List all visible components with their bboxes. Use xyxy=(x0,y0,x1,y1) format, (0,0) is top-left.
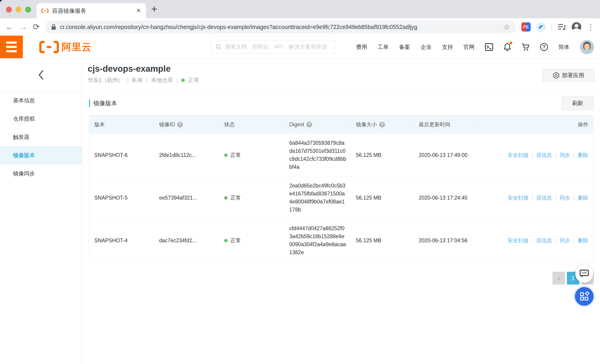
action-sync[interactable]: 同步 xyxy=(560,194,570,201)
help-icon[interactable]: ? xyxy=(177,122,183,127)
action-separator: | xyxy=(573,237,575,243)
sidebar-item-label: 仓库授权 xyxy=(13,115,35,122)
nav-support[interactable]: 支持 xyxy=(442,43,453,51)
image-version: SNAPSHOT-5 xyxy=(89,195,154,201)
cloudshell-button[interactable] xyxy=(485,43,493,51)
new-tab-button[interactable]: + xyxy=(151,3,157,15)
user-avatar[interactable] xyxy=(580,40,594,54)
forward-icon[interactable]: → xyxy=(19,23,28,31)
sidebar: 基本信息 仓库授权 触发器 镜像版本 镜像同步 xyxy=(0,58,82,364)
notification-badge xyxy=(510,42,512,44)
action-layer-info[interactable]: 层信息 xyxy=(536,194,552,201)
nav-tickets[interactable]: 工单 xyxy=(378,43,389,51)
nav-icp[interactable]: 备案 xyxy=(399,43,410,51)
search-input[interactable] xyxy=(225,43,331,50)
table-row: SNAPSHOT-4 dac7ec234fd2... 正常 cfd4447d04… xyxy=(89,219,593,262)
deploy-app-label: 部署应用 xyxy=(562,72,584,79)
col-size: 镜像大小? xyxy=(351,115,414,134)
repo-type: 本地仓库 xyxy=(151,76,173,84)
action-layer-info[interactable]: 层信息 xyxy=(536,237,552,244)
nav-billing[interactable]: 费用 xyxy=(356,43,367,51)
sidebar-item-repo-auth[interactable]: 仓库授权 xyxy=(0,110,82,128)
sidebar-item-triggers[interactable]: 触发器 xyxy=(0,128,82,146)
action-security-scan[interactable]: 安全扫描 xyxy=(507,152,529,159)
notifications-button[interactable] xyxy=(504,43,511,51)
sidebar-item-image-versions[interactable]: 镜像版本 xyxy=(0,146,82,164)
section-toolbar: 镜像版本 刷新 xyxy=(89,91,594,115)
bird-icon xyxy=(538,24,544,30)
table-body: SNAPSHOT-6 2fde1d8c112c... 正常 6a844a3730… xyxy=(89,134,593,262)
meta-divider: | xyxy=(177,77,178,83)
url-text: cr.console.aliyun.com/repository/cn-hang… xyxy=(60,24,417,30)
back-icon[interactable]: ← xyxy=(6,23,14,31)
action-security-scan[interactable]: 安全扫描 xyxy=(507,194,529,201)
action-delete[interactable]: 删除 xyxy=(578,194,588,201)
image-updated-time: 2020-06-13 17:04:56 xyxy=(414,237,478,244)
minimize-window-button[interactable] xyxy=(16,7,21,13)
nav-enterprise[interactable]: 企业 xyxy=(421,43,431,51)
action-sync[interactable]: 同步 xyxy=(560,152,570,159)
sidebar-item-label: 触发器 xyxy=(13,133,29,141)
address-bar[interactable]: cr.console.aliyun.com/repository/cn-hang… xyxy=(45,20,516,33)
browser-menu-icon[interactable]: ⋮ xyxy=(587,22,594,31)
action-sync[interactable]: 同步 xyxy=(560,237,570,244)
image-id: ee57394af321... xyxy=(154,195,219,201)
help-button[interactable]: ? xyxy=(540,43,548,51)
image-id: 2fde1d8c112c... xyxy=(154,152,219,158)
tab-close-icon[interactable]: ✕ xyxy=(136,7,141,14)
quick-apps-button[interactable] xyxy=(575,287,594,306)
language-switch[interactable]: 简体 xyxy=(558,43,569,51)
feedback-chat-button[interactable] xyxy=(575,265,593,283)
col-image-id: 镜像ID? xyxy=(154,115,219,134)
nav-website[interactable]: 官网 xyxy=(463,43,474,51)
image-digest: 2ea0d65e2bc49fc0c5b3e41675fbfad83671500a… xyxy=(284,182,351,214)
console-nav: 费用 工单 备案 企业 支持 官网 ? 简体 xyxy=(356,36,594,58)
sidebar-item-image-sync[interactable]: 镜像同步 xyxy=(0,164,82,183)
aliyun-logo[interactable]: 阿里云 xyxy=(39,41,92,53)
bookmark-star-icon[interactable]: ☆ xyxy=(503,23,510,31)
action-separator: | xyxy=(532,152,533,158)
browser-profile-icon[interactable] xyxy=(572,22,581,32)
row-actions: 安全扫描|层信息|同步|删除 xyxy=(478,152,593,159)
page-title: cjs-devops-example xyxy=(88,64,600,74)
action-separator: | xyxy=(573,152,575,158)
action-separator: | xyxy=(555,152,557,158)
action-delete[interactable]: 删除 xyxy=(578,237,588,244)
reading-list-icon[interactable] xyxy=(558,23,566,31)
table-header: 版本 镜像ID? 状态 Digest? 镜像大小? 最后更新时间 操作 xyxy=(89,115,593,134)
col-version: 版本 xyxy=(89,115,154,134)
col-status: 状态 xyxy=(219,115,284,134)
pagination-prev-button[interactable]: ‹ xyxy=(553,272,565,285)
sidebar-item-label: 基本信息 xyxy=(13,97,35,104)
reload-icon[interactable]: ⟳ xyxy=(33,23,40,31)
row-actions: 安全扫描|层信息|同步|删除 xyxy=(478,237,593,244)
image-status: 正常 xyxy=(219,194,284,201)
cart-button[interactable] xyxy=(521,43,530,51)
browser-tab[interactable]: 容器镜像服务 ✕ xyxy=(37,3,146,18)
deploy-app-button[interactable]: 部署应用 xyxy=(543,69,594,82)
help-icon[interactable]: ? xyxy=(306,122,312,127)
action-delete[interactable]: 删除 xyxy=(578,152,588,159)
image-size: 56.125 MB xyxy=(351,237,414,244)
status-dot-icon xyxy=(224,153,228,157)
product-menu-button[interactable] xyxy=(0,36,23,58)
extension-fe-icon[interactable]: FE xyxy=(521,22,531,31)
refresh-button[interactable]: 刷新 xyxy=(562,96,594,110)
image-digest: 6a844a3730593879c8ada167d75301ef3d311c0c… xyxy=(284,139,351,171)
action-security-scan[interactable]: 安全扫描 xyxy=(507,237,529,244)
status-dot-icon xyxy=(224,196,228,200)
console-search-box[interactable] xyxy=(211,40,335,53)
sidebar-item-label: 镜像版本 xyxy=(13,152,35,159)
image-size: 56.125 MB xyxy=(351,195,414,201)
help-icon[interactable]: ? xyxy=(379,122,385,127)
col-updated: 最后更新时间 xyxy=(414,115,478,134)
close-window-button[interactable] xyxy=(6,7,12,13)
repo-region: 华东1（杭州） xyxy=(88,76,123,84)
extension-bird-icon[interactable] xyxy=(536,22,546,32)
action-layer-info[interactable]: 层信息 xyxy=(536,152,552,159)
image-status: 正常 xyxy=(219,237,284,244)
maximize-window-button[interactable] xyxy=(25,7,31,13)
sidebar-collapse[interactable] xyxy=(0,58,82,91)
sidebar-item-basic-info[interactable]: 基本信息 xyxy=(0,91,82,110)
aliyun-favicon-icon xyxy=(42,8,48,13)
